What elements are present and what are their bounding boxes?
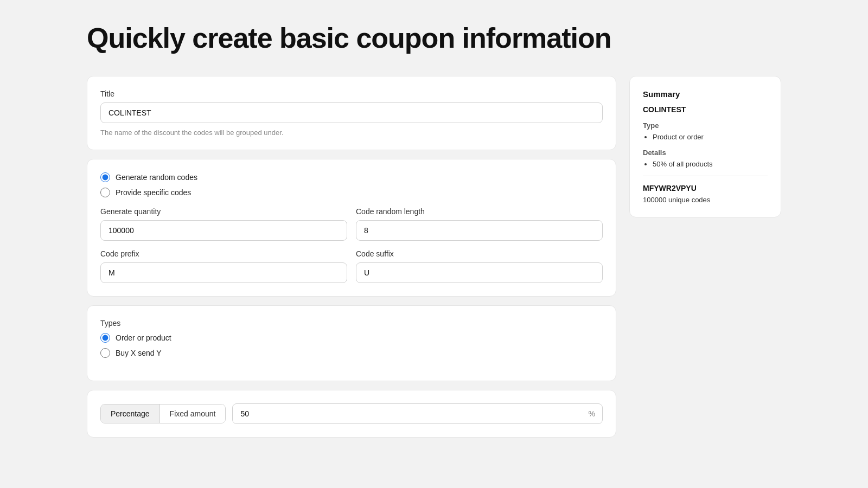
code-random-length-group: Code random length <box>356 207 603 241</box>
order-or-product-label: Order or product <box>116 333 171 342</box>
summary-type-item: Product or order <box>653 133 768 141</box>
code-suffix-input[interactable] <box>356 262 603 283</box>
summary-type-label: Type <box>643 121 768 130</box>
specific-codes-radio[interactable] <box>100 188 110 197</box>
code-random-length-label: Code random length <box>356 207 603 216</box>
generate-random-radio[interactable] <box>100 172 110 182</box>
generate-random-label: Generate random codes <box>116 173 197 182</box>
discount-row: Percentage Fixed amount % <box>100 403 603 424</box>
summary-coupon-name: COLINTEST <box>643 105 768 114</box>
code-prefix-input[interactable] <box>100 262 347 283</box>
summary-card: Summary COLINTEST Type Product or order … <box>629 76 781 217</box>
code-random-length-input[interactable] <box>356 220 603 241</box>
discount-value-wrapper: % <box>232 403 603 424</box>
prefix-suffix-row: Code prefix Code suffix <box>100 249 603 283</box>
discount-value-input[interactable] <box>232 403 603 424</box>
discount-toggle-group: Percentage Fixed amount <box>100 404 226 423</box>
generate-quantity-group: Generate quantity <box>100 207 347 241</box>
generate-quantity-input[interactable] <box>100 220 347 241</box>
discount-value-card: Percentage Fixed amount % <box>87 390 616 438</box>
code-prefix-label: Code prefix <box>100 249 347 258</box>
summary-details-label: Details <box>643 149 768 157</box>
generate-random-option[interactable]: Generate random codes <box>100 172 603 182</box>
fixed-amount-button[interactable]: Fixed amount <box>160 404 226 423</box>
title-input[interactable] <box>100 102 603 123</box>
discount-suffix: % <box>589 409 595 418</box>
title-helper-text: The name of the discount the codes will … <box>100 129 603 137</box>
codes-card: Generate random codes Provide specific c… <box>87 159 616 297</box>
summary-details-item: 50% of all products <box>653 160 768 168</box>
types-radio-group: Order or product Buy X send Y <box>100 333 603 358</box>
code-suffix-label: Code suffix <box>356 249 603 258</box>
buy-x-send-y-label: Buy X send Y <box>116 349 162 357</box>
buy-x-send-y-option[interactable]: Buy X send Y <box>100 348 603 358</box>
left-column: Title The name of the discount the codes… <box>87 76 616 438</box>
title-field-label: Title <box>100 89 603 98</box>
percentage-button[interactable]: Percentage <box>101 404 160 423</box>
title-card: Title The name of the discount the codes… <box>87 76 616 150</box>
summary-title: Summary <box>643 89 768 99</box>
quantity-length-row: Generate quantity Code random length <box>100 207 603 241</box>
specific-codes-option[interactable]: Provide specific codes <box>100 188 603 197</box>
types-card: Types Order or product Buy X send Y <box>87 305 616 381</box>
summary-panel: Summary COLINTEST Type Product or order … <box>629 76 781 217</box>
summary-code-name: MFYWR2VPYU <box>643 184 768 192</box>
specific-codes-label: Provide specific codes <box>116 188 191 197</box>
order-or-product-radio[interactable] <box>100 333 110 343</box>
generate-quantity-label: Generate quantity <box>100 207 347 216</box>
page-title: Quickly create basic coupon information <box>87 22 781 54</box>
order-or-product-option[interactable]: Order or product <box>100 333 603 343</box>
summary-divider <box>643 176 768 176</box>
summary-type-list: Product or order <box>643 133 768 141</box>
code-prefix-group: Code prefix <box>100 249 347 283</box>
types-label: Types <box>100 319 603 328</box>
summary-details-list: 50% of all products <box>643 160 768 168</box>
code-suffix-group: Code suffix <box>356 249 603 283</box>
code-type-radio-group: Generate random codes Provide specific c… <box>100 172 603 197</box>
buy-x-send-y-radio[interactable] <box>100 348 110 358</box>
summary-code-detail: 100000 unique codes <box>643 196 768 204</box>
